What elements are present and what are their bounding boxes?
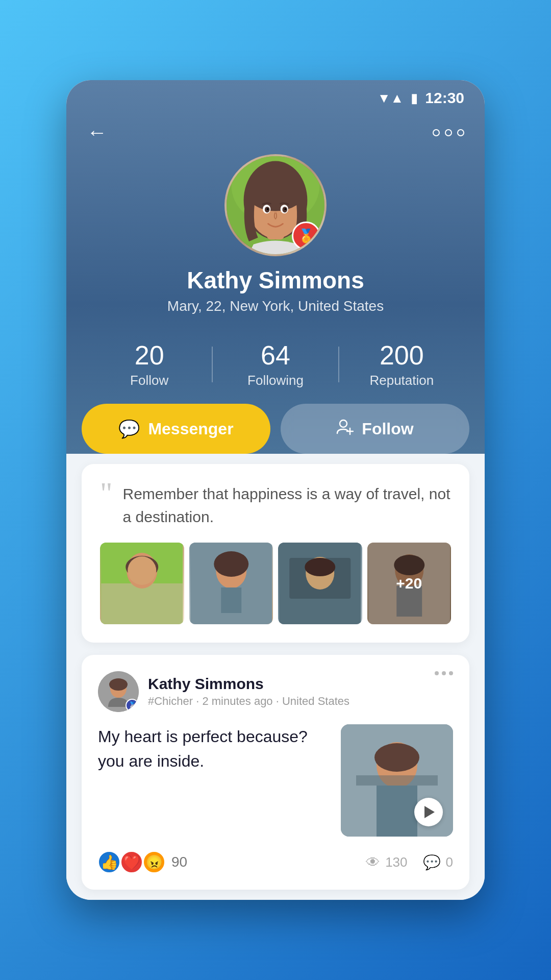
post-avatar: 🥈 bbox=[98, 671, 139, 712]
svg-point-22 bbox=[214, 551, 248, 577]
wifi-icon: ▼▲ bbox=[378, 90, 404, 106]
profile-info: Mary, 22, New York, United States bbox=[66, 298, 485, 314]
header-nav: ← bbox=[66, 107, 485, 149]
battery-icon: ▮ bbox=[411, 90, 418, 106]
follow-icon bbox=[336, 418, 354, 439]
post-dot-3 bbox=[449, 671, 453, 675]
eye-icon: 👁 bbox=[366, 854, 380, 871]
profile-badge: 🏅 bbox=[292, 222, 320, 250]
phone-card: ▼▲ ▮ 12:30 ← bbox=[66, 80, 485, 900]
content-area: " Remember that happiness is a way of tr… bbox=[66, 438, 485, 900]
stats-row: 20 Follow 64 Following 200 Reputation bbox=[66, 330, 485, 404]
photo-grid: +20 bbox=[100, 543, 451, 624]
post-avatar-badge: 🥈 bbox=[126, 699, 139, 712]
post-more-menu[interactable] bbox=[435, 671, 453, 675]
reputation-stat: 200 Reputation bbox=[339, 340, 464, 388]
post-footer: 👍 ❤️ 😠 90 👁 130 💬 0 bbox=[98, 851, 453, 873]
comment-icon: 💬 bbox=[423, 854, 441, 871]
like-reaction: 👍 bbox=[98, 851, 120, 873]
back-button[interactable]: ← bbox=[87, 121, 107, 144]
comments-stat[interactable]: 💬 0 bbox=[423, 854, 453, 871]
more-menu[interactable] bbox=[433, 129, 464, 136]
profile-header: ▼▲ ▮ 12:30 ← bbox=[66, 80, 485, 454]
comments-count: 0 bbox=[446, 854, 453, 870]
follow-label: Follow bbox=[362, 420, 413, 438]
post-image[interactable] bbox=[341, 724, 453, 837]
reaction-emojis: 👍 ❤️ 😠 bbox=[98, 851, 165, 873]
quote-mark: " bbox=[100, 482, 113, 504]
post-stats: 👁 130 💬 0 bbox=[366, 854, 453, 871]
dot-3 bbox=[457, 129, 464, 136]
dot-1 bbox=[433, 129, 440, 136]
following-stat: 64 Following bbox=[213, 340, 338, 388]
messenger-button[interactable]: 💬 Messenger bbox=[82, 404, 270, 454]
post-card: 🥈 Kathy Simmons #Chicher · 2 minutes ago… bbox=[82, 655, 469, 890]
quote-content: " Remember that happiness is a way of tr… bbox=[100, 482, 451, 528]
photo-2[interactable] bbox=[189, 543, 273, 624]
follow-button[interactable]: Follow bbox=[281, 404, 469, 454]
follow-label: Follow bbox=[87, 373, 212, 388]
status-bar: ▼▲ ▮ 12:30 bbox=[66, 80, 485, 107]
photo-3[interactable] bbox=[278, 543, 362, 624]
post-content: My heart is perfect because? you are ins… bbox=[98, 724, 331, 837]
post-time: 2 minutes ago bbox=[202, 695, 272, 707]
post-user-info: Kathy Simmons #Chicher · 2 minutes ago ·… bbox=[148, 675, 349, 708]
svg-rect-23 bbox=[221, 587, 241, 613]
messenger-label: Messenger bbox=[148, 420, 233, 438]
post-body: My heart is perfect because? you are ins… bbox=[98, 724, 453, 837]
messenger-icon: 💬 bbox=[118, 419, 140, 439]
post-dot-1 bbox=[435, 671, 439, 675]
photo-1[interactable] bbox=[100, 543, 184, 624]
avatar-wrapper: 🏅 bbox=[66, 154, 485, 256]
more-photos-count: +20 bbox=[396, 575, 422, 592]
svg-rect-39 bbox=[377, 786, 417, 837]
svg-point-38 bbox=[374, 743, 419, 772]
action-buttons: 💬 Messenger Follow bbox=[66, 404, 485, 454]
svg-point-5 bbox=[246, 172, 305, 211]
play-triangle-icon bbox=[424, 806, 435, 818]
angry-reaction: 😠 bbox=[143, 851, 165, 873]
reputation-count: 200 bbox=[339, 340, 464, 371]
post-author: Kathy Simmons bbox=[148, 675, 349, 693]
play-button[interactable] bbox=[414, 798, 443, 826]
post-separator-2: · bbox=[276, 695, 282, 707]
dot-2 bbox=[445, 129, 452, 136]
svg-point-34 bbox=[109, 678, 128, 691]
post-user: 🥈 Kathy Simmons #Chicher · 2 minutes ago… bbox=[98, 671, 349, 712]
svg-rect-40 bbox=[356, 775, 438, 786]
reputation-label: Reputation bbox=[339, 373, 464, 388]
quote-text: Remember that happiness is a way of trav… bbox=[123, 482, 452, 528]
following-count: 64 bbox=[213, 340, 338, 371]
post-meta: #Chicher · 2 minutes ago · United States bbox=[148, 695, 349, 708]
post-header: 🥈 Kathy Simmons #Chicher · 2 minutes ago… bbox=[98, 671, 453, 712]
post-location: United States bbox=[282, 695, 349, 707]
svg-point-12 bbox=[340, 420, 347, 427]
avatar: 🏅 bbox=[224, 154, 327, 256]
following-label: Following bbox=[213, 373, 338, 388]
svg-rect-16 bbox=[101, 583, 183, 624]
post-separator-1: · bbox=[196, 695, 202, 707]
post-dot-2 bbox=[442, 671, 446, 675]
views-stat: 👁 130 bbox=[366, 854, 407, 871]
svg-point-19 bbox=[128, 556, 156, 585]
svg-point-27 bbox=[305, 558, 335, 576]
follow-stat: 20 Follow bbox=[87, 340, 212, 388]
photo-4[interactable]: +20 bbox=[367, 543, 452, 624]
more-photos-overlay[interactable]: +20 bbox=[367, 543, 452, 624]
post-hashtag: #Chicher bbox=[148, 695, 193, 707]
reactions[interactable]: 👍 ❤️ 😠 90 bbox=[98, 851, 187, 873]
svg-point-11 bbox=[284, 208, 286, 210]
views-count: 130 bbox=[385, 854, 407, 870]
profile-name: Kathy Simmons bbox=[66, 266, 485, 294]
love-reaction: ❤️ bbox=[120, 851, 143, 873]
quote-card: " Remember that happiness is a way of tr… bbox=[82, 464, 469, 643]
status-time: 12:30 bbox=[425, 89, 464, 107]
reaction-count: 90 bbox=[171, 854, 187, 870]
svg-point-10 bbox=[267, 208, 269, 210]
follow-count: 20 bbox=[87, 340, 212, 371]
